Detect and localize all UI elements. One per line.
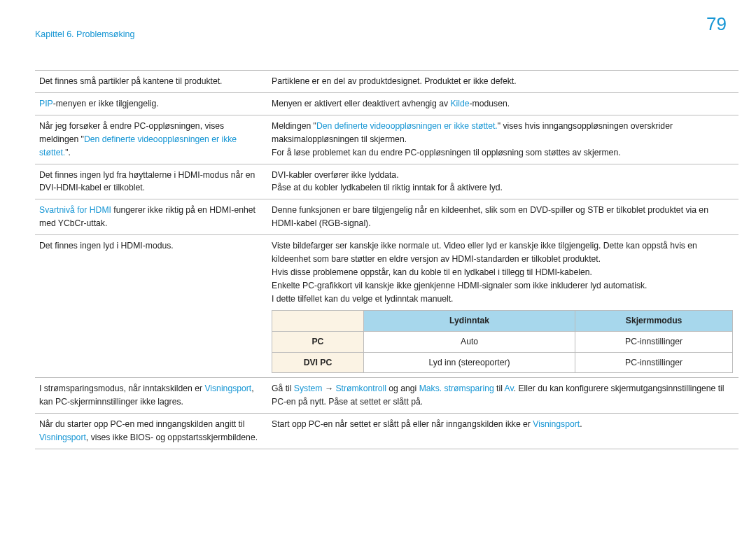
solution-cell: DVI-kabler overfører ikke lyddata.Påse a…	[267, 164, 738, 199]
text-run: Enkelte PC-grafikkort vil kanskje ikke g…	[272, 281, 647, 290]
inner-cell: DVI PC	[272, 352, 364, 373]
solution-cell: Partiklene er en del av produktdesignet.…	[267, 71, 738, 93]
solution-cell: Menyen er aktivert eller deaktivert avhe…	[267, 92, 738, 115]
inner-cell: Auto	[363, 331, 575, 352]
table-row: Det finnes ingen lyd i HDMI-modus.Viste …	[35, 235, 738, 378]
text-run: Av	[505, 384, 514, 393]
text-run: Visningsport	[39, 433, 86, 442]
problem-cell: Det finnes små partikler på kantene til …	[35, 71, 267, 93]
text-run: DVI-kabler overfører ikke lyddata.	[272, 170, 399, 180]
table-row: Det finnes ingen lyd fra høyttalerne i H…	[35, 164, 738, 199]
text-run: Det finnes ingen lyd fra høyttalerne i H…	[39, 170, 255, 193]
problem-cell: Det finnes ingen lyd fra høyttalerne i H…	[35, 164, 267, 199]
text-run: Når du starter opp PC-en med inngangskil…	[39, 419, 244, 429]
text-run: -menyen er ikke tilgjengelig.	[53, 99, 159, 108]
troubleshooting-table: Det finnes små partikler på kantene til …	[35, 70, 738, 449]
table-row: I strømsparingsmodus, når inntakskilden …	[35, 378, 738, 414]
solution-cell: Viste bildefarger ser kanskje ikke norma…	[267, 235, 738, 378]
text-run: I strømsparingsmodus, når inntakskilden …	[39, 384, 204, 393]
table-row: Svartnivå for HDMI fungerer ikke riktig …	[35, 199, 738, 235]
text-run: PIP	[39, 99, 53, 108]
text-run: og angi	[386, 384, 419, 393]
solution-cell: Start opp PC-en når settet er slått på e…	[267, 414, 738, 449]
text-run: Det finnes små partikler på kantene til …	[39, 76, 223, 86]
problem-cell: I strømsparingsmodus, når inntakskilden …	[35, 378, 267, 414]
text-run: -modusen.	[470, 99, 510, 108]
inner-header	[272, 310, 364, 331]
text-run: I dette tilfellet kan du velge et lydinn…	[272, 294, 453, 304]
problem-cell: Svartnivå for HDMI fungerer ikke riktig …	[35, 199, 267, 235]
text-run: Viste bildefarger ser kanskje ikke norma…	[272, 241, 697, 264]
text-run: For å løse problemet kan du endre PC-opp…	[272, 148, 621, 157]
inner-cell: PC-innstillinger	[575, 331, 733, 352]
solution-cell: Gå til System → Strømkontroll og angi Ma…	[267, 378, 738, 414]
text-run: Det finnes ingen lyd i HDMI-modus.	[39, 241, 174, 251]
text-run: Meldingen "	[272, 121, 316, 131]
text-run: Hvis disse problemene oppstår, kan du ko…	[272, 267, 592, 277]
inner-cell: Lyd inn (stereoporter)	[363, 352, 575, 373]
table-row: Når du starter opp PC-en med inngangskil…	[35, 414, 738, 449]
text-run: Visningsport	[533, 419, 580, 429]
text-run: Partiklene er en del av produktdesignet.…	[272, 76, 517, 86]
text-run: , vises ikke BIOS- og oppstartsskjermbil…	[86, 433, 258, 442]
text-run: Start opp PC-en når settet er slått på e…	[272, 419, 533, 429]
text-run: til	[494, 384, 505, 393]
solution-cell: Denne funksjonen er bare tilgjengelig nå…	[267, 199, 738, 235]
inner-header: Lydinntak	[363, 310, 575, 331]
text-run: Den definerte videooppløsningen er ikke …	[316, 121, 498, 131]
text-run: Svartnivå for HDMI	[39, 205, 111, 215]
problem-cell: PIP-menyen er ikke tilgjengelig.	[35, 92, 267, 115]
text-run: ".	[65, 148, 71, 157]
troubleshooting-table-container: Det finnes små partikler på kantene til …	[35, 70, 738, 449]
text-run: Kilde	[450, 99, 469, 108]
text-run: System	[294, 384, 323, 393]
problem-cell: Når du starter opp PC-en med inngangskil…	[35, 414, 267, 449]
problem-cell: Når jeg forsøker å endre PC-oppløsningen…	[35, 115, 267, 164]
text-run: Strømkontroll	[335, 384, 386, 393]
page-number: 79	[706, 10, 727, 38]
text-run: .	[580, 419, 582, 429]
inner-table: LydinntakSkjermmodusPCAutoPC-innstilling…	[272, 310, 733, 374]
text-run: →	[322, 384, 335, 393]
chapter-header: Kapittel 6. Problemsøking	[35, 28, 134, 41]
text-run: Menyen er aktivert eller deaktivert avhe…	[272, 99, 450, 108]
table-row: PIP-menyen er ikke tilgjengelig.Menyen e…	[35, 92, 738, 115]
text-run: Påse at du kobler lydkabelen til riktig …	[272, 183, 503, 192]
table-row: Når jeg forsøker å endre PC-oppløsningen…	[35, 115, 738, 164]
table-row: Det finnes små partikler på kantene til …	[35, 71, 738, 93]
problem-cell: Det finnes ingen lyd i HDMI-modus.	[35, 235, 267, 378]
text-run: Denne funksjonen er bare tilgjengelig nå…	[272, 205, 708, 228]
inner-cell: PC-innstillinger	[575, 352, 733, 373]
text-run: Visningsport	[204, 384, 251, 393]
text-run: Maks. strømsparing	[419, 384, 494, 393]
inner-header: Skjermmodus	[575, 310, 733, 331]
solution-cell: Meldingen "Den definerte videooppløsning…	[267, 115, 738, 164]
text-run: Gå til	[272, 384, 294, 393]
inner-cell: PC	[272, 331, 364, 352]
